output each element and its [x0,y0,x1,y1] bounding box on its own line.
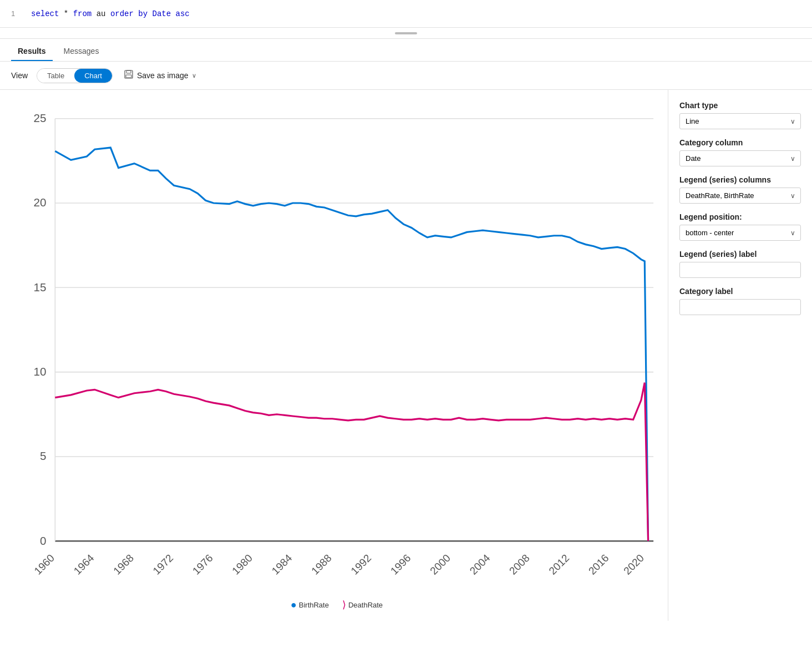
table-toggle-button[interactable]: Table [37,69,74,83]
legend-series-label-group: Legend (series) label [679,250,801,278]
legend-birth-rate: ● BirthRate [291,600,329,610]
svg-text:1984: 1984 [270,552,295,577]
category-label-group: Category label [679,287,801,315]
chart-type-select[interactable]: Line [679,113,801,129]
settings-panel: Chart type Line Category column Date Leg… [668,90,812,621]
svg-text:15: 15 [34,281,47,293]
legend-columns-group: Legend (series) columns DeathRate, Birth… [679,175,801,204]
results-section: Results Messages View Table Chart Save a… [0,39,812,621]
toolbar: View Table Chart Save as image ∨ [0,62,812,90]
main-content: 25 20 15 10 5 0 [0,90,812,621]
death-rate-line [55,383,648,541]
svg-text:1968: 1968 [111,552,136,577]
tabs-row: Results Messages [0,39,812,62]
view-toggle-group: Table Chart [37,68,113,83]
save-as-image-button[interactable]: Save as image ∨ [119,67,201,84]
svg-text:1996: 1996 [388,552,413,577]
sql-editor[interactable]: 1 select * from au order by Date asc [0,0,812,28]
chart-type-label: Chart type [679,101,801,110]
svg-rect-1 [126,70,131,73]
chart-svg: 25 20 15 10 5 0 [11,101,662,594]
chart-legend: ● BirthRate ⟩ DeathRate [11,600,662,610]
chart-toggle-button[interactable]: Chart [74,69,112,83]
svg-text:25: 25 [34,112,47,124]
legend-position-select[interactable]: bottom - center [679,225,801,241]
category-column-label: Category column [679,138,801,147]
svg-text:5: 5 [40,449,46,462]
view-label: View [11,71,28,80]
svg-text:2020: 2020 [621,552,646,577]
svg-text:1988: 1988 [309,552,334,577]
svg-text:2016: 2016 [586,552,611,577]
category-column-select[interactable]: Date [679,150,801,166]
svg-text:0: 0 [40,534,46,547]
legend-columns-select[interactable]: DeathRate, BirthRate [679,188,801,204]
category-label-label: Category label [679,287,801,296]
legend-position-select-wrapper[interactable]: bottom - center [679,225,801,241]
svg-text:1980: 1980 [230,552,255,577]
legend-columns-select-wrapper[interactable]: DeathRate, BirthRate [679,188,801,204]
chart-type-group: Chart type Line [679,101,801,129]
svg-text:2000: 2000 [428,552,453,577]
tab-results[interactable]: Results [11,43,53,61]
death-rate-legend-icon: ⟩ [342,600,346,610]
svg-text:1960: 1960 [32,552,57,577]
chart-area: 25 20 15 10 5 0 [0,90,668,621]
birth-rate-legend-icon: ● [291,600,297,610]
legend-series-label-input[interactable] [679,262,801,278]
svg-text:20: 20 [34,196,47,209]
legend-death-rate: ⟩ DeathRate [342,600,383,610]
svg-text:2008: 2008 [507,552,532,577]
death-rate-legend-label: DeathRate [348,601,383,609]
chart-type-select-wrapper[interactable]: Line [679,113,801,129]
save-label: Save as image [137,71,189,80]
legend-series-label-label: Legend (series) label [679,250,801,259]
birth-rate-line [55,148,648,541]
svg-text:2012: 2012 [546,552,571,577]
svg-text:1964: 1964 [72,552,97,577]
birth-rate-legend-label: BirthRate [299,601,329,609]
resize-bar [395,32,417,34]
svg-text:2004: 2004 [468,552,493,577]
tab-messages[interactable]: Messages [57,43,106,61]
legend-position-group: Legend position: bottom - center [679,212,801,241]
save-dropdown-icon: ∨ [192,72,196,79]
category-column-group: Category column Date [679,138,801,166]
chart-container: 25 20 15 10 5 0 [11,101,662,610]
svg-rect-2 [126,75,131,78]
line-number: 1 [11,9,22,18]
legend-position-label: Legend position: [679,212,801,221]
svg-text:1972: 1972 [151,552,176,577]
resize-handle[interactable] [0,28,812,39]
category-label-input[interactable] [679,299,801,315]
svg-text:10: 10 [34,365,47,378]
sql-query: select * from au order by Date asc [31,9,190,18]
category-column-select-wrapper[interactable]: Date [679,150,801,166]
save-icon [124,69,134,82]
svg-text:1992: 1992 [349,552,374,577]
svg-text:1976: 1976 [190,552,215,577]
legend-columns-label: Legend (series) columns [679,175,801,184]
